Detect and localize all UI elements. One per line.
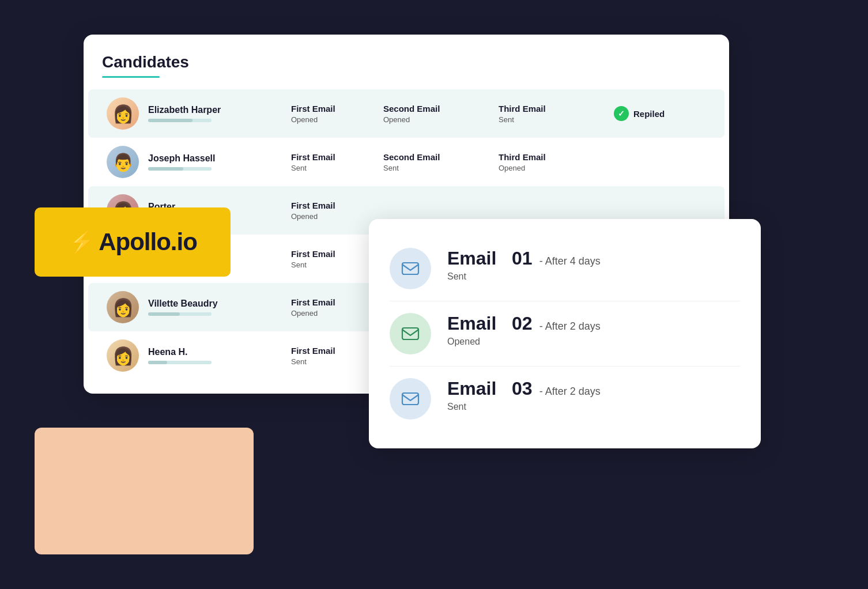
email-cell-1: First Email Opened	[291, 201, 383, 221]
email-sequence-item: Email 02 - After 2 days Opened	[390, 301, 740, 367]
avatar-face: 👩	[112, 104, 134, 124]
title-underline	[102, 76, 160, 78]
email-seq-after: - After 2 days	[539, 320, 601, 333]
candidate-info: 👨 Joseph Hassell	[107, 146, 291, 178]
email-status: Sent	[291, 164, 383, 172]
avatar-face: 👩	[112, 346, 134, 366]
candidate-name-block: Villette Beaudry	[148, 299, 218, 316]
email-seq-after: - After 4 days	[539, 255, 601, 267]
email-label: Second Email	[383, 152, 499, 162]
candidate-name-block: Heena H.	[148, 347, 212, 364]
email-status: Opened	[291, 212, 383, 221]
email-icon-circle-2	[390, 313, 431, 354]
apollo-logo-text: Apollo.io	[99, 228, 197, 256]
candidate-info: 👩 Elizabeth Harper	[107, 97, 291, 130]
email-seq-header: Email 01 - After 4 days	[447, 248, 740, 269]
email-seq-header: Email 02 - After 2 days	[447, 313, 740, 334]
email-icon-circle-1	[390, 248, 431, 289]
email-label: Third Email	[499, 152, 614, 162]
email-status: Opened	[291, 115, 383, 124]
candidate-info: 👩 Heena H.	[107, 339, 291, 372]
email-seq-status: Opened	[447, 337, 480, 346]
email-seq-header: Email 03 - After 2 days	[447, 378, 740, 399]
email-seq-title: Email 03	[447, 378, 533, 399]
email-label: Second Email	[383, 104, 499, 114]
email-cell-2: Second Email Sent	[383, 152, 499, 172]
candidate-name-block: Elizabeth Harper	[148, 105, 221, 122]
svg-rect-1	[402, 328, 418, 339]
email-icon	[401, 324, 420, 343]
candidate-name: Villette Beaudry	[148, 299, 218, 309]
email-seq-status: Sent	[447, 271, 466, 281]
email-seq-after: - After 2 days	[539, 386, 601, 398]
email-cell-3: Third Email Sent	[499, 104, 614, 124]
candidate-name: Elizabeth Harper	[148, 105, 221, 115]
avatar-face: 👩	[112, 297, 134, 318]
avatar: 👨	[107, 146, 139, 178]
email-seq-content-3: Email 03 - After 2 days Sent	[447, 378, 740, 412]
candidate-info: 👩 Villette Beaudry	[107, 291, 291, 323]
candidate-name: Heena H.	[148, 347, 212, 357]
email-label: First Email	[291, 152, 383, 162]
avatar: 👩	[107, 291, 139, 323]
candidate-name: Joseph Hassell	[148, 153, 216, 164]
email-sequence-panel: Email 01 - After 4 days Sent Email 02 - …	[369, 219, 761, 448]
email-seq-title: Email 02	[447, 313, 533, 334]
email-cell-3: Third Email Opened	[499, 152, 614, 172]
email-icon-circle-3	[390, 378, 431, 420]
avatar: 👩	[107, 97, 139, 130]
email-cell-2: Second Email Opened	[383, 104, 499, 124]
email-cell-1: First Email Opened	[291, 104, 383, 124]
progress-bar-bg	[148, 167, 212, 171]
replied-check-icon: ✓	[614, 106, 629, 121]
progress-bar-fill	[148, 312, 180, 316]
email-seq-content-2: Email 02 - After 2 days Opened	[447, 313, 740, 347]
progress-bar-fill	[148, 361, 167, 364]
email-status: Opened	[383, 115, 499, 124]
apollo-icon: ⚡	[68, 229, 95, 255]
email-status: Sent	[383, 164, 499, 172]
svg-rect-2	[402, 393, 418, 405]
progress-bar-fill	[148, 167, 183, 171]
candidate-name-block: Joseph Hassell	[148, 153, 216, 171]
email-seq-title: Email 01	[447, 248, 533, 269]
table-row[interactable]: 👨 Joseph Hassell First Email Sent Second…	[88, 138, 724, 186]
email-icon	[401, 389, 420, 409]
email-icon	[401, 259, 420, 278]
avatar-face: 👨	[112, 152, 134, 172]
replied-badge: ✓ Repiled	[614, 106, 718, 121]
apollo-logo-card: ⚡ Apollo.io	[35, 207, 231, 277]
progress-bar-bg	[148, 361, 212, 364]
email-label: First Email	[291, 201, 383, 210]
avatar: 👩	[107, 339, 139, 372]
progress-bar-bg	[148, 119, 212, 122]
email-seq-content-1: Email 01 - After 4 days Sent	[447, 248, 740, 282]
replied-text: Repiled	[633, 109, 665, 119]
email-label: Third Email	[499, 104, 614, 114]
page-title: Candidates	[84, 53, 729, 76]
email-label: First Email	[291, 104, 383, 114]
peach-bg-decoration	[35, 428, 254, 554]
email-cell-1: First Email Sent	[291, 152, 383, 172]
svg-rect-0	[402, 263, 418, 274]
email-sequence-item: Email 01 - After 4 days Sent	[390, 236, 740, 301]
table-row[interactable]: 👩 Elizabeth Harper First Email Opened Se…	[88, 89, 724, 138]
email-status: Sent	[499, 115, 614, 124]
email-status: Opened	[499, 164, 614, 172]
progress-bar-fill	[148, 119, 193, 122]
progress-bar-bg	[148, 312, 212, 316]
email-seq-status: Sent	[447, 402, 466, 411]
email-sequence-item: Email 03 - After 2 days Sent	[390, 367, 740, 431]
